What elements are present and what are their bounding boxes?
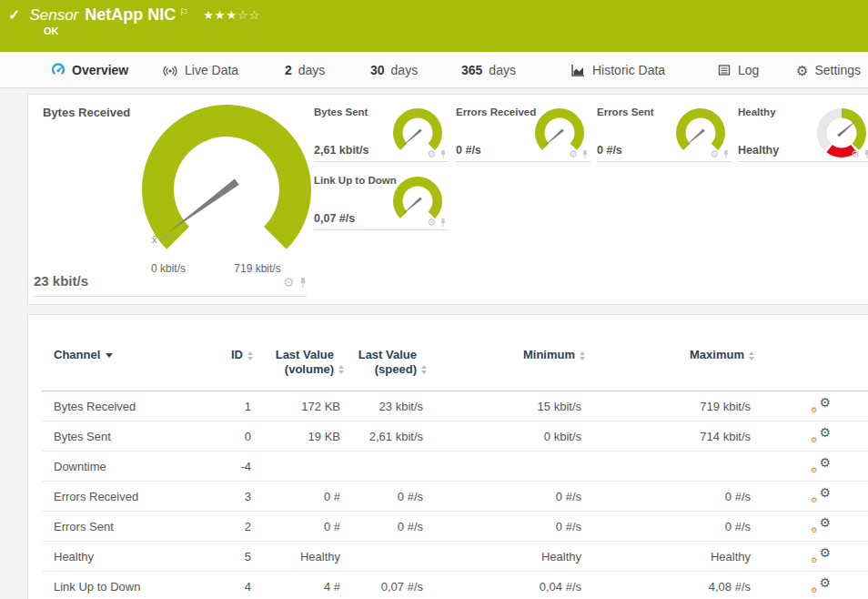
tab-overview-label: Overview: [72, 63, 128, 77]
gauge-settings-gear-icon[interactable]: ⚙: [427, 149, 436, 159]
area-chart-icon: [570, 63, 586, 77]
small-gauge-value: 0 #/s: [597, 144, 622, 157]
cell-id: 5: [245, 550, 251, 563]
table-row: Errors Received 3 0 # 0 #/s 0 #/s 0 #/s …: [28, 482, 868, 512]
column-header-channel[interactable]: Channel: [54, 348, 113, 361]
page-title: NetApp NIC: [85, 5, 176, 25]
main-gauge-title: Bytes Received: [43, 106, 130, 119]
column-header-last-value-speed[interactable]: Last Value (speed): [358, 348, 427, 377]
gauge-needle: [168, 179, 239, 233]
gauge-settings-gear-icon[interactable]: ⚙: [427, 218, 436, 228]
main-gauge-tools: ⚙: [283, 276, 308, 289]
tab-log-label: Log: [738, 63, 759, 77]
cell-last-value-speed: 0 #/s: [398, 490, 423, 503]
cell-maximum: 719 kbit/s: [700, 400, 751, 413]
gauge-settings-gear-icon[interactable]: ⚙: [851, 149, 860, 159]
column-header-maximum-label: Maximum: [690, 348, 744, 361]
sort-desc-icon: [106, 353, 113, 358]
column-header-speed-line2: (speed): [375, 362, 417, 376]
tab-2-days[interactable]: 2 days: [285, 52, 325, 88]
small-gauge-tools: ⚙: [427, 218, 447, 228]
cell-maximum: 0 #/s: [725, 490, 751, 503]
small-gauge-tools: ⚙: [569, 149, 589, 159]
cell-channel[interactable]: Errors Received: [54, 490, 138, 503]
edit-channel-gears-icon[interactable]: ⚙⚙: [811, 516, 831, 534]
cell-minimum: 0 kbit/s: [544, 430, 581, 443]
tab-historic-data[interactable]: Historic Data: [570, 52, 665, 88]
pin-icon[interactable]: [581, 149, 589, 159]
column-header-last-value-volume[interactable]: Last Value (volume): [276, 348, 344, 377]
edit-channel-gears-icon[interactable]: ⚙⚙: [811, 396, 831, 414]
pin-icon[interactable]: [863, 149, 868, 159]
column-header-minimum-label: Minimum: [523, 348, 575, 361]
edit-channel-gears-icon[interactable]: ⚙⚙: [811, 486, 831, 504]
gauge-settings-gear-icon[interactable]: ⚙: [710, 149, 719, 159]
table-header: Channel ID Last Value (volume) Last Valu…: [28, 348, 868, 391]
flag-icon[interactable]: ⚐: [179, 6, 188, 18]
pin-icon[interactable]: [298, 277, 308, 289]
edit-channel-gears-icon[interactable]: ⚙⚙: [811, 576, 831, 594]
cell-minimum: 15 kbit/s: [538, 400, 581, 413]
cell-channel[interactable]: Bytes Received: [54, 400, 136, 413]
table-row: Healthy 5 Healthy Healthy Healthy ⚙⚙: [28, 542, 868, 572]
cell-last-value-speed: 0,07 #/s: [381, 580, 423, 594]
tab-365-days[interactable]: 365 days: [461, 52, 516, 88]
small-gauge-value: 0,07 #/s: [314, 212, 355, 225]
tab-365-days-number: 365: [461, 63, 482, 77]
column-header-last-value-line1: Last Value: [358, 348, 417, 361]
cell-minimum: Healthy: [541, 550, 581, 563]
tab-2-days-unit: days: [298, 63, 326, 77]
tab-365-days-unit: days: [489, 63, 516, 77]
gauge-settings-gear-icon[interactable]: ⚙: [283, 276, 295, 289]
cell-channel[interactable]: Healthy: [54, 550, 94, 563]
cell-channel[interactable]: Downtime: [54, 460, 106, 473]
log-list-icon: [717, 63, 732, 77]
small-gauge-title: Healthy: [738, 107, 776, 117]
tab-settings[interactable]: ⚙ Settings: [796, 52, 861, 88]
main-gauge: x̄: [136, 103, 318, 276]
column-header-id[interactable]: ID: [231, 348, 253, 361]
priority-stars[interactable]: ★★★☆☆: [203, 8, 260, 22]
small-gauge-value: Healthy: [738, 144, 779, 157]
cell-last-value-volume: 0 #: [324, 520, 340, 533]
gauge-icon: [51, 63, 66, 77]
column-header-minimum[interactable]: Minimum: [523, 348, 585, 361]
column-header-channel-label: Channel: [54, 348, 100, 361]
cell-channel[interactable]: Errors Sent: [54, 520, 114, 533]
gauge-needle: [543, 129, 564, 147]
cell-id: 1: [245, 400, 251, 413]
gauge-needle: [684, 129, 705, 147]
small-gauge-value: 2,61 kbit/s: [314, 144, 368, 157]
tab-live-data[interactable]: Live Data: [162, 52, 238, 88]
pin-icon[interactable]: [439, 149, 447, 159]
column-header-last-value-line1: Last Value: [276, 348, 334, 361]
status-badge: OK: [44, 25, 59, 36]
edit-channel-gears-icon[interactable]: ⚙⚙: [811, 546, 831, 564]
edit-channel-gears-icon[interactable]: ⚙⚙: [811, 426, 831, 444]
cell-channel[interactable]: Bytes Sent: [54, 430, 111, 443]
small-gauge-title: Bytes Sent: [314, 107, 368, 117]
tab-overview[interactable]: Overview: [51, 52, 128, 88]
sort-icon: [749, 351, 754, 360]
sensor-header: ✓ Sensor NetApp NIC ⚐ ★★★☆☆ OK: [0, 0, 868, 52]
broadcast-icon: [162, 63, 178, 77]
cell-id: -4: [240, 460, 251, 473]
tab-live-data-label: Live Data: [185, 63, 238, 77]
tab-30-days[interactable]: 30 days: [370, 52, 418, 88]
cell-id: 0: [245, 430, 251, 443]
cell-channel[interactable]: Link Up to Down: [54, 580, 140, 594]
tab-log[interactable]: Log: [717, 52, 759, 88]
pin-icon[interactable]: [439, 218, 447, 228]
cell-last-value-volume: 0 #: [324, 490, 340, 503]
gauge-needle: [401, 129, 422, 147]
tab-2-days-number: 2: [285, 63, 292, 77]
small-gauge-link-up-to-down: Link Up to Down 0,07 #/s ⚙: [314, 170, 449, 230]
edit-channel-gears-icon[interactable]: ⚙⚙: [811, 456, 831, 474]
pin-icon[interactable]: [722, 149, 730, 159]
table-row: Bytes Sent 0 19 KB 2,61 kbit/s 0 kbit/s …: [28, 421, 868, 452]
gear-icon: ⚙: [796, 64, 808, 77]
gauge-settings-gear-icon[interactable]: ⚙: [569, 149, 578, 159]
tab-30-days-unit: days: [391, 63, 419, 77]
column-header-maximum[interactable]: Maximum: [690, 348, 754, 361]
cell-last-value-speed: 0 #/s: [398, 520, 423, 533]
